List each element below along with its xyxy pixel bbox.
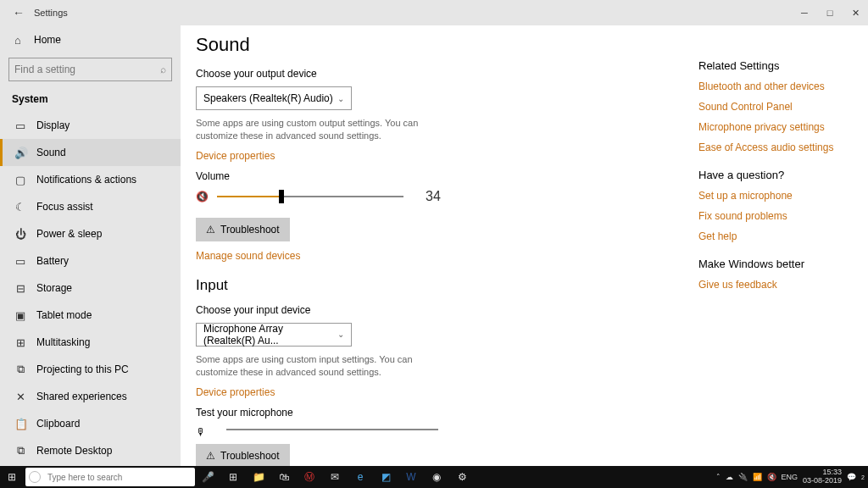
link-bluetooth[interactable]: Bluetooth and other devices	[698, 80, 851, 92]
link-get-help[interactable]: Get help	[698, 230, 851, 242]
sidebar-item-storage[interactable]: ⊟Storage	[0, 274, 181, 302]
mail-icon[interactable]: ✉	[322, 471, 348, 483]
search-icon: ⌕	[160, 64, 166, 75]
sidebar-home[interactable]: ⌂ Home	[0, 25, 181, 54]
mic-level-bar	[226, 429, 438, 430]
input-heading: Input	[196, 277, 670, 294]
sidebar-item-label: Tablet mode	[36, 309, 92, 321]
output-device-properties-link[interactable]: Device properties	[196, 150, 670, 162]
sidebar-item-label: Sound	[36, 147, 66, 158]
battery-icon: ▭	[14, 255, 26, 268]
input-device-properties-link[interactable]: Device properties	[196, 386, 670, 398]
taskbar-mic-icon[interactable]: 🎤	[195, 471, 220, 483]
chevron-down-icon: ⌄	[337, 330, 344, 339]
sidebar-item-label: Power & sleep	[36, 228, 102, 240]
sidebar-search[interactable]: Find a setting ⌕	[8, 58, 172, 81]
troubleshoot-input-button[interactable]: ⚠ Troubleshoot	[196, 444, 290, 466]
manage-output-link[interactable]: Manage sound devices	[196, 250, 670, 262]
sound-icon: 🔊	[14, 147, 26, 159]
link-mic-privacy[interactable]: Microphone privacy settings	[698, 121, 851, 133]
output-device-value: Speakers (Realtek(R) Audio)	[203, 92, 333, 104]
sidebar-section: System	[0, 85, 181, 112]
volume-slider[interactable]	[217, 196, 403, 197]
sidebar-item-sound[interactable]: 🔊Sound	[0, 139, 181, 166]
tray-volume-icon[interactable]: 🔇	[767, 473, 776, 481]
sidebar-item-tablet[interactable]: ▣Tablet mode	[0, 302, 181, 329]
tray-power-icon[interactable]: 🔌	[738, 473, 748, 481]
edge-icon[interactable]: e	[348, 471, 373, 483]
sidebar-item-shared[interactable]: ✕Shared experiences	[0, 383, 181, 410]
page-title: Sound	[196, 34, 670, 56]
sidebar-item-label: Focus assist	[36, 201, 93, 213]
link-feedback[interactable]: Give us feedback	[698, 279, 851, 291]
mcafee-icon[interactable]: Ⓜ	[297, 470, 322, 485]
sidebar-item-label: Battery	[36, 255, 69, 267]
maximize-button[interactable]: □	[817, 0, 843, 25]
cortana-icon	[29, 471, 41, 483]
storage-icon: ⊟	[14, 282, 26, 295]
explorer-icon[interactable]: 📁	[246, 471, 271, 483]
link-ease-audio[interactable]: Ease of Access audio settings	[698, 141, 851, 153]
minimize-button[interactable]: ─	[792, 0, 817, 25]
sidebar-item-display[interactable]: ▭Display	[0, 112, 181, 139]
chrome-icon[interactable]: ◉	[424, 471, 449, 483]
sidebar-item-multitask[interactable]: ⊞Multitasking	[0, 329, 181, 356]
sidebar-item-clipboard[interactable]: 📋Clipboard	[0, 410, 181, 437]
volume-value: 34	[426, 189, 441, 204]
question-heading: Have a question?	[698, 169, 851, 181]
output-hint: Some apps are using custom output settin…	[196, 117, 450, 143]
volume-label: Volume	[196, 170, 670, 182]
tray-cloud-icon[interactable]: ☁	[726, 473, 733, 481]
window-title: Settings	[34, 8, 68, 18]
back-button[interactable]: ←	[7, 6, 31, 19]
mute-icon[interactable]: 🔇	[196, 191, 209, 202]
link-fix-sound[interactable]: Fix sound problems	[698, 210, 851, 222]
input-device-select[interactable]: Microphone Array (Realtek(R) Au... ⌄	[196, 323, 352, 347]
sidebar-item-remote[interactable]: ⧉Remote Desktop	[0, 437, 181, 464]
remote-icon: ⧉	[14, 444, 26, 458]
slider-thumb[interactable]	[279, 190, 284, 203]
warning-icon: ⚠	[206, 450, 215, 462]
sidebar-item-label: Storage	[36, 282, 72, 294]
sidebar-item-power[interactable]: ⏻Power & sleep	[0, 220, 181, 247]
taskbar-clock[interactable]: 15:33 03-08-2019	[803, 469, 842, 485]
sidebar-item-label: Notifications & actions	[36, 174, 136, 186]
focus-icon: ☾	[14, 201, 26, 214]
close-button[interactable]: ✕	[843, 0, 868, 25]
clipboard-icon: 📋	[14, 418, 26, 430]
taskview-icon[interactable]: ⊞	[220, 471, 246, 483]
sidebar: ⌂ Home Find a setting ⌕ System ▭Display …	[0, 25, 181, 466]
sidebar-item-label: Projecting to this PC	[36, 363, 129, 375]
warning-icon: ⚠	[206, 224, 215, 236]
link-sound-cpl[interactable]: Sound Control Panel	[698, 101, 851, 113]
sidebar-item-battery[interactable]: ▭Battery	[0, 247, 181, 274]
chevron-down-icon: ⌄	[337, 94, 344, 103]
test-mic-label: Test your microphone	[196, 407, 670, 419]
sidebar-item-label: Clipboard	[36, 418, 80, 430]
taskbar-search[interactable]: Type here to search	[25, 468, 195, 486]
sidebar-item-focus[interactable]: ☾Focus assist	[0, 193, 181, 220]
right-column: Related Settings Bluetooth and other dev…	[698, 34, 851, 466]
app-icon[interactable]: ◩	[373, 471, 398, 483]
sidebar-item-label: Remote Desktop	[36, 445, 112, 457]
tray-wifi-icon[interactable]: 📶	[753, 473, 762, 481]
btn-label: Troubleshoot	[220, 450, 280, 462]
input-label: Choose your input device	[196, 304, 670, 316]
notifications-tray-icon[interactable]: 💬	[847, 473, 856, 481]
tray-lang[interactable]: ENG	[782, 473, 798, 481]
shared-icon: ✕	[14, 391, 26, 403]
sidebar-item-notifications[interactable]: ▢Notifications & actions	[0, 166, 181, 193]
tray-up-icon[interactable]: ˄	[716, 473, 721, 481]
word-icon[interactable]: W	[398, 471, 424, 483]
btn-label: Troubleshoot	[220, 224, 280, 236]
sidebar-item-label: Shared experiences	[36, 391, 127, 402]
output-device-select[interactable]: Speakers (Realtek(R) Audio) ⌄	[196, 86, 352, 110]
sidebar-item-projecting[interactable]: ⧉Projecting to this PC	[0, 356, 181, 383]
start-button[interactable]: ⊞	[0, 471, 24, 483]
search-placeholder: Find a setting	[14, 64, 75, 75]
settings-icon[interactable]: ⚙	[449, 471, 475, 483]
sidebar-item-label: Display	[36, 119, 70, 131]
link-setup-mic[interactable]: Set up a microphone	[698, 190, 851, 202]
troubleshoot-output-button[interactable]: ⚠ Troubleshoot	[196, 218, 290, 241]
store-icon[interactable]: 🛍	[271, 471, 297, 483]
